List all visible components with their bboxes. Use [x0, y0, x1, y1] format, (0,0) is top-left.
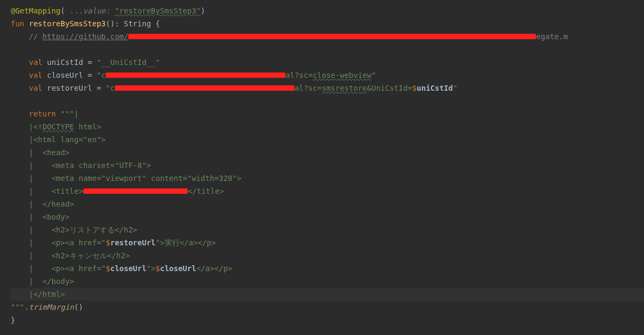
parens: () — [106, 19, 115, 28]
return-type: : String { — [115, 19, 160, 28]
var-name: closeUrl — [47, 71, 83, 79]
pipe: | — [29, 264, 33, 273]
code-line: @GetMapping( ...value: "restoreBySmsStep… — [11, 4, 644, 17]
code-line: | <h2>キャンセル</h2> — [11, 249, 644, 262]
html-body: <body> — [42, 213, 70, 221]
string-quote: "c — [97, 71, 106, 79]
redaction-bar — [106, 72, 286, 78]
code-line: | <p><a href="$closeUrl">$closeUrl</a></… — [11, 262, 644, 275]
method-call: .trimMargin — [24, 303, 74, 311]
code-line: | <h2>リストアする</h2> — [11, 223, 644, 236]
html-title-close: </title> — [188, 187, 224, 195]
paren-close: ) — [201, 6, 205, 15]
pipe: | — [29, 213, 33, 221]
pipe: | — [29, 174, 33, 183]
string-part: close-webview — [313, 71, 372, 79]
code-line-comment: // https://github.com/egate.m — [11, 30, 644, 43]
triple-quote: """| — [61, 110, 79, 118]
string-literal: "restoreBySmsStep3" — [115, 6, 201, 15]
code-line: fun restoreBySmsStep3(): String { — [11, 17, 644, 30]
html-p: <p><a href=" — [52, 264, 106, 273]
string-part: smsrestore — [322, 84, 367, 92]
string-quote: "c — [106, 84, 115, 92]
html-a-close: </a></p> — [196, 264, 232, 273]
template-expr: $ — [412, 84, 416, 92]
comment-url: https://github.com/ — [42, 32, 128, 41]
code-line: |<html lang="en"> — [11, 133, 644, 146]
code-line: val closeUrl = "cal?sc=close-webview" — [11, 69, 644, 82]
close-brace: } — [11, 316, 15, 324]
keyword-val: val — [29, 71, 42, 79]
string-quote: " — [371, 71, 376, 79]
var-name: restoreUrl — [47, 84, 92, 92]
redaction-bar — [83, 188, 188, 194]
pipe: | — [29, 238, 33, 247]
paren-open: ( — [61, 6, 65, 15]
comment-slashes: // — [29, 32, 42, 41]
html-head-close: </head> — [42, 200, 74, 208]
link-text: 実行 — [165, 238, 180, 247]
code-line: return """| — [11, 107, 644, 120]
comment-suffix: egate.m — [536, 32, 568, 41]
equals: = — [87, 71, 92, 79]
html-a-mid: "> — [147, 264, 156, 273]
template-expr: $ — [156, 264, 160, 273]
pipe: | — [29, 148, 33, 157]
pipe: | — [29, 225, 33, 234]
html-close: |</html> — [29, 290, 65, 298]
code-line: |<!DOCTYPE html> — [11, 120, 644, 133]
var-name: uniCstId — [47, 58, 83, 67]
template-var: restoreUrl — [110, 238, 155, 247]
code-line: | <body> — [11, 210, 644, 223]
keyword-fun: fun — [11, 19, 24, 28]
html-meta: <meta name="viewport" content="width=320… — [52, 174, 241, 183]
html-title-open: <title> — [52, 187, 83, 195]
triple-quote-close: """ — [11, 303, 24, 311]
string-part: al?sc= — [286, 71, 313, 79]
string-part: al?sc= — [295, 84, 322, 92]
code-line: | <meta charset="UTF-8"> — [11, 159, 644, 172]
pipe: | — [29, 251, 33, 260]
template-var: closeUrl — [110, 264, 146, 273]
template-var: uniCstId — [417, 84, 453, 92]
pipe: | — [29, 161, 33, 170]
template-var: closeUrl — [160, 264, 196, 273]
html-a-close: </a></p> — [180, 238, 216, 247]
html-line: |<! — [29, 122, 42, 131]
html-p: <p><a href=" — [52, 238, 106, 247]
code-line: | <title></title> — [11, 185, 644, 198]
code-line: | <p><a href="$restoreUrl">実行</a></p> — [11, 236, 644, 249]
equals: = — [97, 84, 101, 92]
blank-line — [11, 43, 644, 56]
html-line: |<html lang="en"> — [29, 135, 106, 144]
pipe: | — [29, 200, 33, 208]
function-name: restoreBySmsStep3 — [29, 19, 106, 28]
string-literal: "__UniCstId__" — [97, 58, 160, 67]
blank-line — [11, 94, 644, 107]
code-line: } — [11, 314, 644, 326]
code-line: | <head> — [11, 146, 644, 159]
code-line: | <meta name="viewport" content="width=3… — [11, 172, 644, 185]
html-h2: <h2>キャンセル</h2> — [52, 251, 130, 260]
redaction-bar — [115, 85, 295, 91]
html-head: <head> — [42, 148, 70, 157]
redaction-bar — [128, 34, 536, 39]
code-line: """.trimMargin() — [11, 301, 644, 314]
code-line: val restoreUrl = "cal?sc=smsrestore&UniC… — [11, 82, 644, 94]
html-doctype: DOCTYPE — [42, 122, 74, 131]
code-line-highlighted: |</html> — [11, 288, 644, 301]
html-line: html> — [74, 122, 101, 131]
equals: = — [87, 58, 92, 67]
html-body-close: </body> — [42, 277, 74, 286]
annotation-token: @GetMapping — [11, 6, 61, 15]
html-meta: <meta charset="UTF-8"> — [52, 161, 151, 170]
pipe: | — [29, 277, 33, 286]
code-line: | </head> — [11, 198, 644, 210]
keyword-return: return — [29, 110, 56, 118]
keyword-val: val — [29, 58, 42, 67]
html-h2: <h2>リストアする</h2> — [52, 225, 137, 234]
string-quote: " — [453, 84, 457, 92]
html-a-mid: "> — [156, 238, 165, 247]
pipe: | — [29, 187, 33, 195]
keyword-val: val — [29, 84, 42, 92]
